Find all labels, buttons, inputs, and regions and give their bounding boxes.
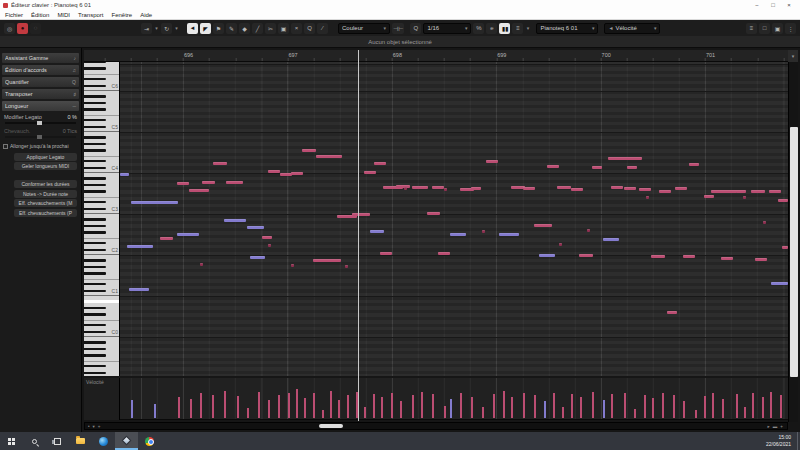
piano-key-black[interactable] xyxy=(84,272,106,275)
start-button[interactable] xyxy=(0,432,23,450)
lane-select-icon[interactable]: ▾ xyxy=(93,424,95,429)
velocity-bar[interactable] xyxy=(770,392,772,418)
note-grid[interactable] xyxy=(120,62,788,376)
velocity-bar[interactable] xyxy=(381,397,383,418)
vertical-scrollbar[interactable] xyxy=(788,62,798,422)
midi-note[interactable] xyxy=(131,201,178,204)
midi-note[interactable] xyxy=(683,255,695,258)
midi-note[interactable] xyxy=(711,190,737,193)
overlap-slider[interactable] xyxy=(5,136,76,138)
piano-key-black[interactable] xyxy=(84,372,106,375)
cubase-taskbar-button[interactable] xyxy=(115,432,138,450)
piano-key-black[interactable] xyxy=(84,242,106,245)
trim-tool[interactable]: ╱ xyxy=(252,23,263,34)
piano-key-black[interactable] xyxy=(84,218,106,221)
piano-key-black[interactable] xyxy=(84,307,106,310)
overlap-slider-thumb[interactable] xyxy=(37,135,42,139)
solo-editor-button[interactable]: ◎ xyxy=(4,23,15,34)
midi-note[interactable] xyxy=(202,181,215,184)
velocity-bar[interactable] xyxy=(322,410,324,418)
piano-key-black[interactable] xyxy=(84,348,106,351)
velocity-bar[interactable] xyxy=(683,401,685,418)
midi-note[interactable] xyxy=(370,230,384,233)
midi-note[interactable] xyxy=(374,162,386,165)
velocity-bar[interactable] xyxy=(695,410,697,418)
velocity-bar[interactable] xyxy=(704,396,706,418)
piano-key-black[interactable] xyxy=(84,62,106,63)
velocity-bar[interactable] xyxy=(471,397,473,418)
velocity-bar[interactable] xyxy=(278,395,280,418)
piano-key-black[interactable] xyxy=(84,266,106,269)
indicate-transpositions-button[interactable]: ⊣⊢ xyxy=(392,23,404,34)
midi-note[interactable] xyxy=(486,160,498,163)
velocity-bar[interactable] xyxy=(523,393,525,418)
midi-note[interactable] xyxy=(224,219,246,222)
chrome-button[interactable] xyxy=(138,432,161,450)
piano-key-black[interactable] xyxy=(84,126,106,129)
midi-note[interactable] xyxy=(771,282,788,285)
velocity-bar[interactable] xyxy=(444,406,446,418)
autoscroll-button[interactable]: ⇥ xyxy=(141,23,152,34)
velocity-bar[interactable] xyxy=(190,399,192,418)
velocity-bar[interactable] xyxy=(131,400,133,418)
velocity-bar[interactable] xyxy=(722,399,724,418)
zoom-in-icon[interactable]: + xyxy=(780,424,783,429)
piano-key-black[interactable] xyxy=(84,67,106,70)
midi-note[interactable] xyxy=(127,245,153,248)
piano-key-black[interactable] xyxy=(84,119,106,122)
midi-note[interactable] xyxy=(534,224,552,227)
piano-key-black[interactable] xyxy=(84,365,106,368)
title-bar[interactable]: Éditeur clavier : Pianoteq 6 01 −□× xyxy=(0,0,800,10)
horizontal-scrollbar[interactable]: •▾+ ▸▬+ xyxy=(84,422,788,430)
velocity-lane[interactable] xyxy=(120,378,788,420)
piano-key-black[interactable] xyxy=(84,143,106,146)
midi-note[interactable] xyxy=(364,171,376,174)
midi-note[interactable] xyxy=(482,230,485,233)
legato-slider[interactable] xyxy=(5,122,76,124)
inspector-section-transposer[interactable]: Transposer♯ xyxy=(2,89,79,99)
midi-note[interactable] xyxy=(743,196,746,199)
midi-note[interactable] xyxy=(646,196,649,199)
piano-key-black[interactable] xyxy=(84,184,106,187)
midi-note[interactable] xyxy=(247,226,264,229)
midi-note[interactable] xyxy=(262,236,272,239)
velocity-bar[interactable] xyxy=(304,398,306,418)
midi-note[interactable] xyxy=(769,190,781,193)
piano-key-black[interactable] xyxy=(84,249,106,252)
ruler-options-icon[interactable]: ▾ xyxy=(788,50,798,62)
velocity-bar[interactable] xyxy=(712,393,714,418)
midi-note[interactable] xyxy=(200,263,203,266)
midi-note[interactable] xyxy=(751,190,765,193)
mute-tool[interactable]: × xyxy=(291,23,302,34)
close-button[interactable]: × xyxy=(781,0,797,10)
velocity-bar[interactable] xyxy=(432,394,434,418)
piano-key-black[interactable] xyxy=(84,190,106,193)
midi-note[interactable] xyxy=(763,221,766,224)
object-selection-tool[interactable]: ◤ xyxy=(200,23,211,34)
draw-tool[interactable]: ✎ xyxy=(226,23,237,34)
midi-note[interactable] xyxy=(675,187,687,190)
piano-key-black[interactable] xyxy=(84,331,106,334)
zoom-controls[interactable]: ▸▬+ xyxy=(768,424,783,429)
marker-tool[interactable]: ⚑ xyxy=(213,23,224,34)
midi-note[interactable] xyxy=(129,288,149,291)
midi-note[interactable] xyxy=(177,182,189,185)
piano-key-black[interactable] xyxy=(84,160,106,163)
velocity-bar[interactable] xyxy=(313,393,315,418)
edge-button[interactable] xyxy=(92,432,115,450)
piano-key-black[interactable] xyxy=(84,341,106,344)
midi-note[interactable] xyxy=(120,173,129,176)
piano-key-black[interactable] xyxy=(84,290,106,293)
piano-key-black[interactable] xyxy=(84,324,106,327)
midi-note[interactable] xyxy=(547,165,559,168)
button-eff-chevauchements-m[interactable]: Eff. chevauchements (M xyxy=(14,199,77,207)
inspector-section-assistant-gamme[interactable]: Assistant Gamme♪ xyxy=(2,53,79,63)
velocity-bar[interactable] xyxy=(412,395,414,418)
velocity-bar[interactable] xyxy=(400,401,402,418)
midi-note[interactable] xyxy=(291,172,303,175)
setup-window-button[interactable]: ▣ xyxy=(772,23,783,34)
velocity-bar[interactable] xyxy=(624,393,626,418)
midi-note[interactable] xyxy=(226,181,243,184)
velocity-bar[interactable] xyxy=(154,404,156,418)
midi-note[interactable] xyxy=(499,233,519,236)
